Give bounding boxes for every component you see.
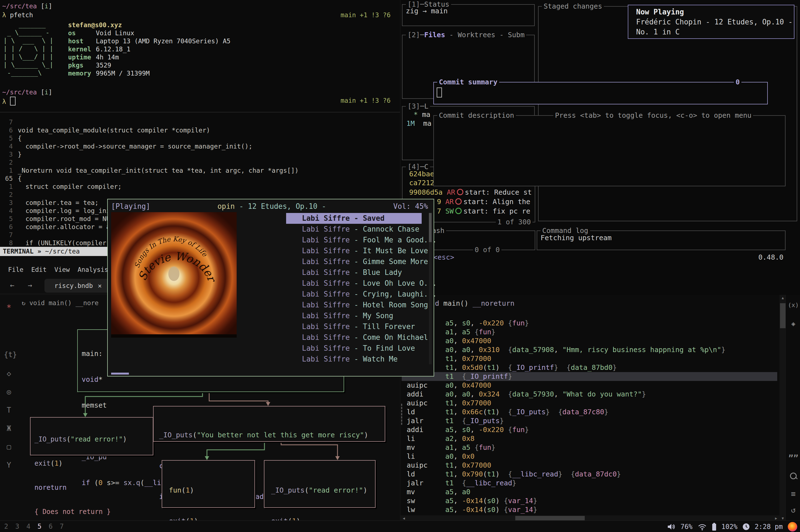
clock-time: 2:28 pm [755,523,783,531]
disasm-row[interactable]: t1, 0x5d0(t1) {_IO_printf} {data_87bd0} [402,363,777,372]
commit-summary-panel[interactable]: Commit summary 0 [433,82,768,104]
fetch-user-host: stefan@s00.xyz [68,21,230,29]
workspace-2[interactable]: 2 [4,522,8,530]
right-icon-strip: (x) ◈ ”” ≡ ↺ [787,295,800,521]
disasm-row-selected[interactable]: t1 {_IO_printf} [402,372,777,381]
stack-layers-icon[interactable]: ◈ [787,320,800,328]
function-signature: d main() __noreturn [435,299,515,307]
playlist-item[interactable]: Labi Siffre - Come On Michael [286,332,422,343]
graph-node-read-error[interactable]: _IO_puts("read error!") exit(1) noreturn… [30,417,153,455]
notification-title: Now Playing [636,7,794,17]
workspace-3[interactable]: 3 [15,522,19,530]
workspace-7[interactable]: 7 [60,522,63,530]
history-icon[interactable]: ↺ [787,505,800,514]
playlist-item-selected[interactable]: Labi Siffre - Saved [286,213,422,224]
playlist-item[interactable]: Labi Siffre - Cannock Chase [286,224,422,235]
disasm-row[interactable]: mva1, a5 {fun} [402,443,777,452]
disasm-row[interactable]: lwa5, -0x14(s0) {var_14} [402,505,777,514]
scrollbar-thumb[interactable] [780,303,785,328]
playlist-item[interactable]: Labi Siffre - Fool Me a Good... [286,235,422,245]
log-lines-icon[interactable]: ≡ [787,489,800,498]
disasm-row[interactable]: auipca0, 0x47000 [402,381,777,390]
graph-node-riscy[interactable]: _IO_puts("You better not let this get mo… [153,406,385,442]
variables-icon[interactable]: (x) [787,302,800,308]
fetch-field: pkgs3529 [68,61,230,70]
search-icon[interactable] [790,473,797,479]
commits-counter: 1 of 300 [496,218,533,226]
music-player-window[interactable]: [Playing] opin - 12 Etudes, Op.10 - Vol:… [107,199,434,377]
command-log-panel[interactable]: Command log Fetching upstream [537,230,785,250]
playlist-item[interactable]: Labi Siffre - It Must Be Love [286,245,422,256]
terminal-window[interactable]: ~/src/tea [i] λ pfetch main +1 !3 ?6 ___… [0,0,401,112]
graph-minimap-indicator [401,404,402,425]
disasm-row[interactable]: auipct1, 0x77000 [402,399,777,407]
graph-node-read-error-2[interactable]: _IO_puts("read error!") exit(1) noreturn… [264,460,375,508]
disasm-row[interactable]: a0, a0, 0x310 {data_57908, "Hmm, riscy b… [402,345,777,354]
playlist-item[interactable]: Labi Siffre - Blue Lady [286,267,422,278]
vertical-scrollbar[interactable]: ▲ ▼ [779,295,786,521]
disasm-row[interactable]: swa5, -0x14(s0) {var_14} [402,496,777,505]
volume-icon[interactable] [667,523,675,530]
playlist-item[interactable]: Labi Siffre - Gimme Some More [286,256,422,267]
notification-line: No. 1 in C [636,27,794,37]
code-row: 4 compiler->root_mod->source_manager = s… [0,142,401,151]
disasm-row[interactable]: addia0, a0, 0x324 {data_57930, "What do … [402,390,777,399]
code-row: 2 [0,158,401,167]
player-titlebar: [Playing] opin - 12 Etudes, Op.10 - Vol:… [108,201,434,212]
commit-status-icon [455,208,462,214]
playlist-item[interactable]: Labi Siffre - Hotel Room Song [286,300,422,310]
status-panel[interactable]: [1]─Status zig → main [402,4,535,26]
commit-hash[interactable]: 624bae [409,170,434,178]
player-progress[interactable] [111,373,129,375]
prompt-line: ~/src/tea [i] [2,88,52,96]
branch-row[interactable]: * ma [414,111,430,119]
fetch-field: memory9965M / 31399M [68,70,230,77]
disasm-row[interactable]: addia5, s0, -0x220 {fun} [402,425,777,434]
album-art: Songs In The Key of Life Stevie Wonder [111,212,237,338]
playlist-item[interactable]: Labi Siffre - My Song [286,310,422,321]
disassembly-pane[interactable]: d main() __noreturn a5, s0, -0x220 {fun}… [401,295,779,521]
now-playing-notification[interactable]: Now Playing Frédéric Chopin - 12 Etudes,… [628,5,795,39]
graph-node-fun[interactable]: fun(1) exit(1) noreturn { Does not retur… [162,460,255,508]
playlist-item[interactable]: Labi Siffre - Watch Me [286,354,422,365]
disasm-row[interactable]: jalrt1 {_IO_puts} [402,417,777,425]
fetch-field: kernel6.12.18_1 [68,45,230,53]
disasm-row[interactable]: lia2, 0x8 [402,434,777,443]
disasm-row[interactable]: a5, s0, -0x220 {fun} [402,319,777,328]
playlist-item[interactable]: Labi Siffre - Love Oh Love O... [286,278,422,289]
workspace-6[interactable]: 6 [49,522,53,530]
commit-row[interactable]: 7 SWstart: fix pc re [437,207,530,215]
branch-row[interactable]: 1M ma [406,119,431,128]
disasm-row[interactable]: mva5, a0 [402,488,777,496]
comments-icon[interactable]: ”” [787,453,800,463]
playlist-item[interactable]: Labi Siffre - Crying, Laughi... [286,289,422,300]
commit-row[interactable]: 99086d5a ARstart: Reduce st [409,188,532,196]
disasm-row[interactable]: jalrt1 {__libc_read} [402,479,777,488]
commit-description-panel[interactable]: Commit description Press <tab> to toggle… [433,115,785,186]
disasm-row[interactable]: auipct1, 0x77000 [402,461,777,470]
workspace-4[interactable]: 4 [26,522,30,530]
tray-app-icon[interactable] [788,522,797,531]
fetch-field: osVoid Linux [68,29,230,37]
scrollbar-thumb[interactable] [429,213,432,242]
player-volume: Vol: 45% [393,202,428,210]
playlist-item[interactable]: Labi Siffre - To Find Love [286,343,422,354]
disasm-row[interactable]: ldt1, 0x66c(t1) {_IO_puts} {data_87c80} [402,407,777,417]
disasm-row[interactable]: ldt1, 0x790(t1) {__libc_read} {data_87dc… [402,470,777,479]
playlist-item[interactable]: Labi Siffre - Till Forever [286,321,422,332]
commit-row[interactable]: 9 ARstart: Align the [437,198,530,206]
battery-percent: 102% [721,523,738,531]
disasm-row[interactable]: a1, a5 {fun} [402,328,777,337]
scroll-up-icon[interactable]: ▲ [779,295,786,301]
code-row-current: 65{ [0,175,401,183]
disasm-row[interactable]: t1, 0x77000 [402,354,777,363]
disasm-row[interactable]: a0, 0x47000 [402,337,777,345]
command-line-cursor[interactable]: λ [2,97,16,106]
commit-hash[interactable]: ca7212 [409,179,434,187]
playlist-scrollbar[interactable] [429,213,432,364]
wifi-icon[interactable] [697,523,707,530]
workspace-5-active[interactable]: 5 [37,522,41,530]
code-row: 1 struct compiler compiler; [0,183,401,191]
player-track-title: opin - 12 Etudes, Op.10 - [150,202,393,210]
disasm-row[interactable]: lia0, 0x0 [402,452,777,461]
